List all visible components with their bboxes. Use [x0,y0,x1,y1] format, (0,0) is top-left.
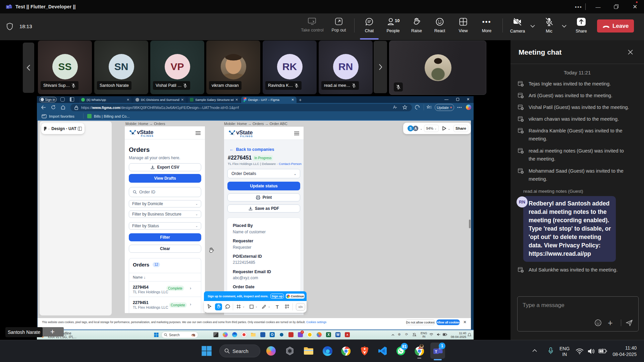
svg-text:T: T [435,350,437,354]
svg-text:10: 10 [395,18,399,23]
svg-text:T: T [7,6,9,9]
